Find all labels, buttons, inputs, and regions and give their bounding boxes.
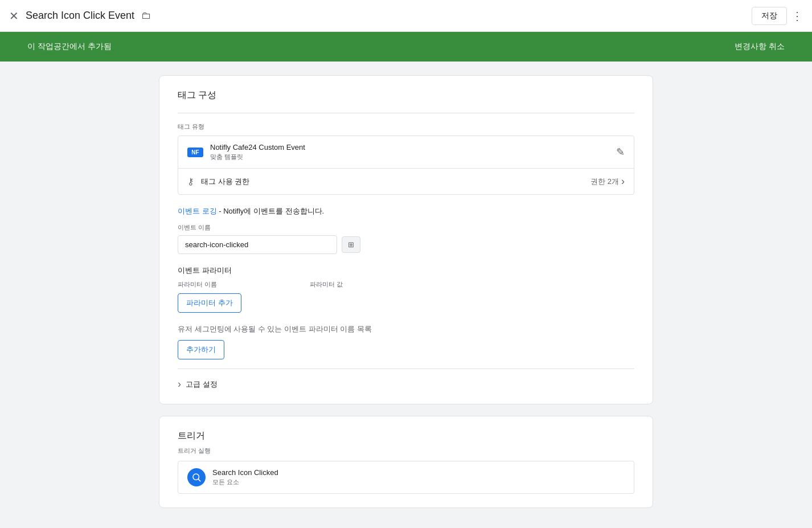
close-icon[interactable]: ✕	[9, 9, 19, 23]
nf-badge: NF	[187, 148, 203, 157]
trigger-item[interactable]: Search Icon Clicked 모든 요소	[178, 461, 634, 494]
main-content: 이 작업공간에서 추가됨 변경사항 취소 태그 구성 태그 유형 NF Noti…	[0, 32, 812, 528]
variable-icon: ⊞	[348, 240, 354, 249]
more-icon[interactable]: ⋮	[792, 9, 803, 23]
trigger-title: 트리거	[178, 430, 634, 442]
folder-icon[interactable]: 🗀	[141, 10, 151, 22]
nf-tag-name: Notifly Cafe24 Custom Event	[210, 143, 609, 152]
param-name-col-label: 파라미터 이름	[178, 280, 292, 289]
params-cols: 파라미터 이름 파라미터 값	[178, 280, 634, 289]
svg-line-1	[198, 479, 200, 481]
tag-type-container: NF Notifly Cafe24 Custom Event 맞춤 템플릿 ✎ …	[178, 136, 634, 195]
cancel-changes-link[interactable]: 변경사항 취소	[735, 42, 785, 52]
tag-config-title: 태그 구성	[178, 89, 634, 101]
advanced-settings-label: 고급 설정	[186, 379, 218, 390]
trigger-info: Search Icon Clicked 모든 요소	[212, 468, 625, 486]
event-log-link[interactable]: 이벤트 로깅	[178, 207, 217, 215]
event-name-row: ⊞	[178, 235, 634, 254]
key-icon: ⚷	[187, 176, 194, 187]
event-params-section: 이벤트 파라미터 파라미터 이름 파라미터 값 파라미터 추가	[178, 265, 634, 313]
param-value-col-label: 파라미터 값	[310, 280, 343, 289]
trigger-run-label: 트리거 실행	[178, 447, 634, 455]
trigger-card: 트리거 트리거 실행 Search Icon Clicked 모든 요소	[159, 416, 653, 508]
tag-type-label: 태그 유형	[178, 122, 634, 131]
chevron-right-icon: ›	[621, 175, 625, 187]
trigger-name: Search Icon Clicked	[212, 468, 625, 477]
add-segment-button[interactable]: 추가하기	[178, 340, 224, 359]
event-name-label: 이벤트 이름	[178, 223, 634, 232]
banner-text: 이 작업공간에서 추가됨	[27, 42, 112, 52]
nf-tag-item[interactable]: NF Notifly Cafe24 Custom Event 맞춤 템플릿 ✎	[178, 136, 634, 169]
perm-count-container: 권한 2개 ›	[590, 175, 625, 187]
trigger-avatar	[187, 468, 206, 486]
chevron-right-advanced-icon: ›	[178, 378, 181, 390]
variable-button[interactable]: ⊞	[342, 236, 360, 253]
nf-tag-info: Notifly Cafe24 Custom Event 맞춤 템플릿	[210, 143, 609, 161]
advanced-settings-row[interactable]: › 고급 설정	[178, 369, 634, 390]
segment-text: 유저 세그먼팅에 사용될 수 있는 이벤트 파라미터 이름 목록	[178, 324, 634, 334]
tag-config-card: 태그 구성 태그 유형 NF Notifly Cafe24 Custom Eve…	[159, 75, 653, 404]
nf-tag-sub: 맞춤 템플릿	[210, 153, 609, 161]
save-button[interactable]: 저장	[752, 7, 787, 25]
page-title: Search Icon Click Event	[26, 10, 134, 22]
workspace-banner: 이 작업공간에서 추가됨 변경사항 취소	[0, 32, 812, 62]
perm-info: 태그 사용 권한	[201, 177, 584, 187]
event-log-title: 이벤트 로깅 - Notifly에 이벤트를 전송합니다.	[178, 206, 634, 216]
event-name-input[interactable]	[178, 235, 337, 254]
params-title: 이벤트 파라미터	[178, 265, 634, 276]
trigger-sub: 모든 요소	[212, 478, 625, 486]
edit-tag-icon[interactable]: ✎	[616, 146, 625, 158]
segment-section: 유저 세그먼팅에 사용될 수 있는 이벤트 파라미터 이름 목록 추가하기	[178, 324, 634, 359]
topbar-left: ✕ Search Icon Click Event 🗀	[9, 9, 752, 23]
perm-count: 권한 2개	[590, 177, 619, 187]
topbar-right: 저장 ⋮	[752, 7, 803, 25]
add-param-button[interactable]: 파라미터 추가	[178, 293, 241, 313]
perm-item[interactable]: ⚷ 태그 사용 권한 권한 2개 ›	[178, 169, 634, 194]
perm-label: 태그 사용 권한	[201, 177, 584, 187]
topbar: ✕ Search Icon Click Event 🗀 저장 ⋮	[0, 0, 812, 32]
event-log-section: 이벤트 로깅 - Notifly에 이벤트를 전송합니다. 이벤트 이름 ⊞ 이…	[178, 206, 634, 359]
